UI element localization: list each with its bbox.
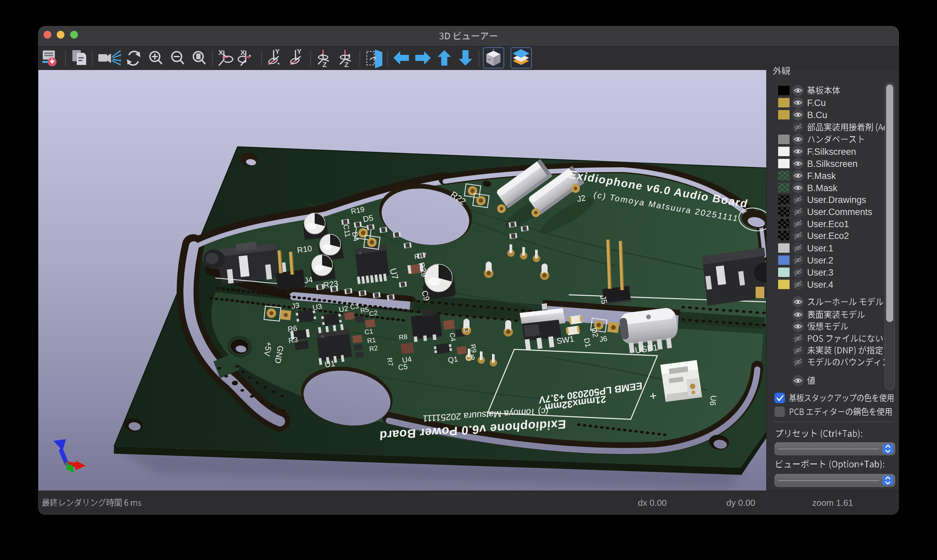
svg-text:User.Drawings: User.Drawings <box>807 195 866 205</box>
svg-text:Q1: Q1 <box>447 355 458 365</box>
svg-text:User.3: User.3 <box>807 268 833 278</box>
svg-text:C3: C3 <box>350 302 360 311</box>
svg-text:R1: R1 <box>366 336 376 345</box>
svg-text:J3: J3 <box>291 301 300 311</box>
svg-text:dx 0.00: dx 0.00 <box>638 498 666 508</box>
svg-text:R9: R9 <box>469 344 478 353</box>
svg-text:Y: Y <box>297 48 302 55</box>
svg-text:B.Cu: B.Cu <box>807 110 827 120</box>
svg-text:U6: U6 <box>708 395 718 406</box>
svg-text:Z: Z <box>344 61 349 68</box>
svg-text:User.Eco2: User.Eco2 <box>807 231 849 241</box>
svg-text:D4: D4 <box>350 231 360 242</box>
svg-text:User.2: User.2 <box>807 255 833 266</box>
svg-text:User.4: User.4 <box>807 280 833 290</box>
svg-text:Y: Y <box>275 48 280 55</box>
svg-text:R8: R8 <box>398 333 408 341</box>
svg-text:J2: J2 <box>576 193 586 204</box>
svg-text:X: X <box>218 48 223 56</box>
svg-text:C1: C1 <box>364 328 373 336</box>
svg-text:R5: R5 <box>360 306 369 314</box>
svg-text:C2: C2 <box>369 309 378 318</box>
svg-text:Z: Z <box>322 61 327 68</box>
svg-text:D5: D5 <box>362 213 374 224</box>
svg-text:dy 0.00: dy 0.00 <box>726 498 755 508</box>
svg-text:D3: D3 <box>462 323 471 333</box>
svg-text:R6: R6 <box>287 324 297 334</box>
svg-text:R2: R2 <box>369 344 378 353</box>
svg-text:X: X <box>240 48 245 56</box>
svg-text:J6: J6 <box>599 334 608 344</box>
svg-text:User.1: User.1 <box>807 243 833 254</box>
svg-text:F.Mask: F.Mask <box>807 171 836 181</box>
svg-text:User.Comments: User.Comments <box>807 207 872 217</box>
svg-text:R3: R3 <box>288 335 298 345</box>
svg-text:U3: U3 <box>312 302 323 312</box>
svg-text:J4: J4 <box>303 275 313 285</box>
svg-text:U1: U1 <box>324 359 335 369</box>
svg-text:R7: R7 <box>386 357 394 367</box>
svg-text:User.Eco1: User.Eco1 <box>807 219 849 229</box>
svg-text:zoom 1.61: zoom 1.61 <box>812 498 853 508</box>
svg-text:B.Mask: B.Mask <box>807 183 838 193</box>
svg-text:F.Cu: F.Cu <box>807 98 826 108</box>
svg-text:F.Silkscreen: F.Silkscreen <box>807 147 856 157</box>
svg-text:B.Silkscreen: B.Silkscreen <box>807 159 858 169</box>
svg-text:U2: U2 <box>338 304 349 314</box>
svg-text:C4: C4 <box>448 332 457 342</box>
svg-text:C5: C5 <box>397 362 408 372</box>
svg-text:C6: C6 <box>465 353 475 362</box>
